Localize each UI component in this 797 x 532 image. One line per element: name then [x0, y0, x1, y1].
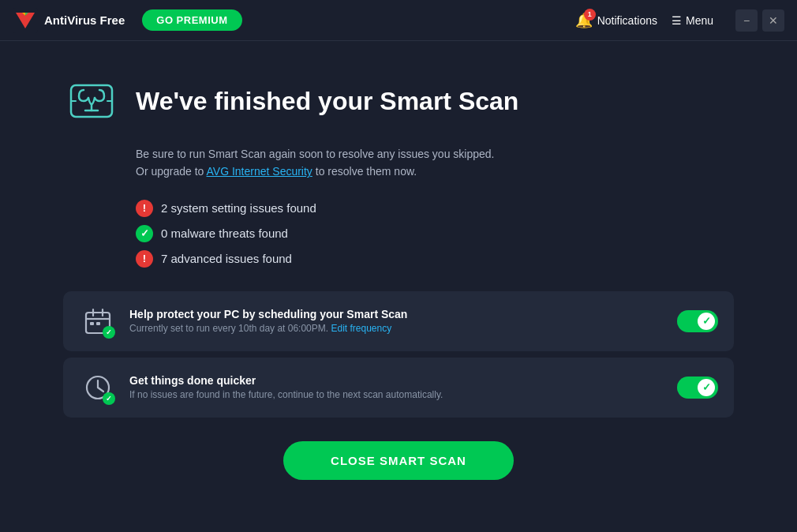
quicker-card-title: Get things done quicker: [129, 374, 664, 387]
close-window-button[interactable]: ✕: [762, 9, 784, 32]
issue-item-2: ✓ 0 malware threats found: [136, 225, 734, 242]
issue-text-1: 2 system setting issues found: [161, 201, 316, 215]
title-section: We've finished your Smart Scan: [63, 73, 734, 129]
edit-frequency-link[interactable]: Edit frequency: [331, 323, 391, 334]
minimize-button[interactable]: −: [735, 9, 758, 32]
quicker-card-subtitle: If no issues are found in the future, co…: [129, 389, 664, 400]
close-smart-scan-button[interactable]: CLOSE SMART SCAN: [283, 441, 514, 480]
subtitle-section: Be sure to run Smart Scan again soon to …: [136, 145, 734, 181]
svg-rect-4: [71, 85, 112, 117]
scan-complete-icon: [63, 73, 120, 129]
warning-icon-2: !: [136, 250, 153, 268]
page-title: We've finished your Smart Scan: [136, 87, 518, 116]
schedule-card-subtitle: Currently set to run every 10th day at 0…: [129, 323, 664, 334]
svg-rect-13: [90, 322, 94, 325]
clock-icon-wrap: ✓: [79, 369, 117, 406]
schedule-card-content: Help protect your PC by scheduling your …: [129, 308, 664, 334]
go-premium-button[interactable]: GO PREMIUM: [142, 9, 241, 31]
schedule-card-title: Help protect your PC by scheduling your …: [129, 308, 664, 320]
close-scan-wrap: CLOSE SMART SCAN: [63, 441, 734, 480]
window-controls: − ✕: [735, 9, 784, 32]
quicker-toggle[interactable]: ✓: [677, 377, 718, 399]
logo-area: AntiVirus Free GO PREMIUM: [13, 8, 575, 33]
svg-line-17: [98, 388, 103, 392]
issues-list: ! 2 system setting issues found ✓ 0 malw…: [136, 200, 734, 268]
notifications-label: Notifications: [597, 14, 657, 27]
quicker-toggle-check-icon: ✓: [698, 379, 715, 396]
notifications-badge: 1: [584, 9, 596, 21]
app-header: AntiVirus Free GO PREMIUM 🔔 1 Notificati…: [0, 0, 797, 41]
svg-rect-14: [96, 322, 100, 325]
issue-text-2: 0 malware threats found: [161, 227, 288, 240]
schedule-card: ✓ Help protect your PC by scheduling you…: [63, 291, 734, 351]
menu-icon: ☰: [672, 14, 682, 27]
bell-icon: 🔔 1: [575, 12, 593, 29]
clock-check-badge: ✓: [103, 392, 115, 405]
quicker-card-content: Get things done quicker If no issues are…: [129, 374, 664, 400]
ok-icon-1: ✓: [136, 225, 153, 242]
issue-item-1: ! 2 system setting issues found: [136, 200, 734, 217]
issue-item-3: ! 7 advanced issues found: [136, 250, 734, 268]
main-content: We've finished your Smart Scan Be sure t…: [0, 41, 797, 504]
calendar-check-badge: ✓: [103, 326, 115, 339]
avg-logo-icon: [13, 8, 38, 33]
warning-icon-1: !: [136, 200, 153, 217]
issue-text-3: 7 advanced issues found: [161, 252, 292, 265]
calendar-icon-wrap: ✓: [79, 302, 117, 340]
subtitle-text: Be sure to run Smart Scan again soon to …: [136, 145, 734, 181]
menu-button[interactable]: ☰ Menu: [672, 14, 713, 27]
app-name-label: AntiVirus Free: [44, 13, 125, 27]
toggle-check-icon: ✓: [698, 313, 715, 330]
schedule-toggle[interactable]: ✓: [677, 310, 718, 332]
avg-internet-security-link[interactable]: AVG Internet Security: [207, 165, 312, 178]
cards-section: ✓ Help protect your PC by scheduling you…: [63, 291, 734, 418]
header-right: 🔔 1 Notifications ☰ Menu − ✕: [575, 9, 784, 32]
notifications-button[interactable]: 🔔 1 Notifications: [575, 12, 657, 29]
quicker-card: ✓ Get things done quicker If no issues a…: [63, 358, 734, 418]
